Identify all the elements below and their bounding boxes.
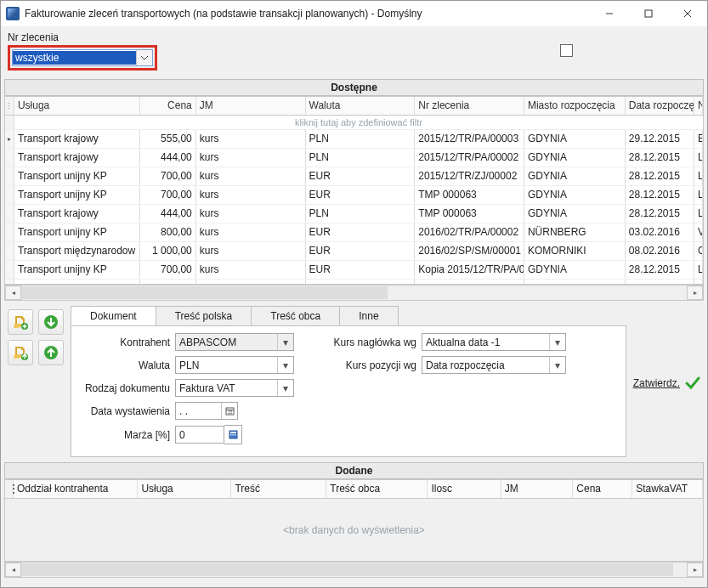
kurs-nag-label: Kurs nagłówka wg — [328, 336, 416, 348]
add-document-button[interactable] — [8, 309, 33, 335]
row-marker — [5, 149, 14, 167]
table-row[interactable]: Transport unijny KP700,00kursEUR2015/12/… — [5, 167, 703, 186]
title-bar: Fakturowanie zleceń transportowych (na p… — [1, 1, 707, 26]
column-chooser-icon[interactable]: ⋮ — [5, 97, 14, 115]
svg-rect-13 — [230, 434, 232, 436]
column-chooser-icon[interactable]: ⋮ — [5, 480, 14, 498]
kurs-poz-label: Kurs pozycji wg — [328, 359, 416, 371]
move-down-button[interactable] — [38, 309, 64, 335]
col-jm[interactable]: JM — [196, 97, 306, 115]
available-section-header: Dostępne — [4, 79, 704, 96]
col-tresc-obca[interactable]: Treść obca — [326, 480, 428, 498]
order-number-value: wszystkie — [13, 51, 136, 65]
calendar-icon: 15 — [221, 403, 237, 419]
data-wystawienia-picker[interactable]: . .15 — [175, 402, 238, 420]
table-row[interactable]: Transport krajowy444,00kursPLN2015/12/TR… — [5, 149, 703, 167]
svg-rect-1 — [645, 10, 652, 17]
col-oddzial[interactable]: Oddział kontrahenta — [14, 480, 138, 498]
window-minimize-button[interactable] — [590, 1, 629, 26]
row-marker — [5, 186, 14, 204]
waluta-label: Waluta — [82, 359, 170, 371]
chevron-down-icon: ▾ — [277, 334, 293, 350]
row-marker — [5, 130, 14, 148]
added-grid: ⋮ Oddział kontrahenta Usługa Treść Treść… — [4, 479, 704, 562]
kurs-pozycji-dropdown[interactable]: Data rozpoczęcia▾ — [422, 356, 566, 374]
tab-tresc-obca[interactable]: Treść obca — [251, 306, 340, 325]
tab-dokument[interactable]: Dokument — [71, 306, 156, 325]
added-section-header: Dodane — [4, 462, 704, 479]
row-marker — [5, 242, 14, 260]
row-marker — [5, 280, 14, 284]
filter-hint[interactable]: kliknij tutaj aby zdefiniować filtr — [14, 116, 703, 129]
chevron-down-icon: ▾ — [549, 357, 565, 373]
col-usluga2[interactable]: Usługa — [138, 480, 231, 498]
kontrahent-dropdown[interactable]: ABPASCOM▾ — [175, 333, 294, 351]
kurs-naglowka-dropdown[interactable]: Aktualna data -1▾ — [422, 333, 566, 351]
scroll-left-icon[interactable]: ◂ — [5, 286, 21, 300]
app-icon — [6, 7, 20, 20]
data-label: Data wystawienia — [82, 405, 170, 417]
col-stawka-vat[interactable]: StawkaVAT — [632, 480, 703, 498]
scroll-right-icon[interactable]: ▸ — [687, 563, 703, 577]
order-number-highlight: wszystkie — [8, 45, 157, 71]
col-tresc[interactable]: Treść — [231, 480, 326, 498]
calculator-icon[interactable] — [224, 425, 242, 444]
table-row[interactable]: Transport unijny KP700,00kursEURTMP 0000… — [5, 186, 703, 205]
col-extra[interactable]: N — [694, 97, 703, 115]
table-row[interactable]: Transport unijny KP700,00kursEURKopia 20… — [5, 261, 703, 280]
col-nrzlecenia[interactable]: Nr zlecenia — [415, 97, 524, 115]
move-up-button[interactable] — [38, 340, 64, 365]
window-maximize-button[interactable] — [629, 1, 668, 26]
table-row[interactable]: Transport krajowy444,00kursPLNTMP 000063… — [5, 205, 703, 223]
col-waluta[interactable]: Waluta — [306, 97, 416, 115]
approve-button[interactable]: Zatwierdz. — [633, 306, 700, 457]
table-row[interactable]: Transport krajowy444,00kursPLNKopia 2015… — [5, 280, 703, 284]
tab-tresc-polska[interactable]: Treść polska — [156, 306, 252, 325]
row-marker — [5, 261, 14, 279]
order-number-label: Nr zlecenia — [8, 31, 700, 43]
remove-document-button[interactable] — [8, 340, 33, 365]
svg-rect-12 — [230, 432, 236, 433]
svg-rect-14 — [232, 434, 234, 436]
waluta-dropdown[interactable]: PLN▾ — [175, 356, 294, 374]
rodzaj-dropdown[interactable]: Faktura VAT▾ — [175, 379, 294, 397]
col-ilosc[interactable]: Ilosc — [428, 480, 501, 498]
window-title: Fakturowanie zleceń transportowych (na p… — [25, 8, 590, 20]
table-row[interactable]: Transport krajowy555,00kursPLN2015/12/TR… — [5, 130, 703, 149]
scroll-right-icon[interactable]: ▸ — [687, 286, 703, 300]
available-grid: ⋮ Usługa Cena JM Waluta Nr zlecenia Mias… — [4, 96, 704, 285]
col-cena2[interactable]: Cena — [573, 480, 632, 498]
col-jm2[interactable]: JM — [501, 480, 574, 498]
table-row[interactable]: Transport unijny KP800,00kursEUR2016/02/… — [5, 223, 703, 242]
window-close-button[interactable] — [668, 1, 707, 26]
chevron-down-icon: ▾ — [549, 334, 565, 350]
svg-rect-15 — [235, 434, 236, 436]
col-data[interactable]: Data rozpoczęcia — [626, 97, 694, 115]
col-usluga[interactable]: Usługa — [14, 97, 141, 115]
empty-placeholder: <brak danych do wyświetlenia> — [5, 499, 703, 561]
check-icon — [685, 376, 700, 391]
col-miasto[interactable]: Miasto rozpoczęcia — [524, 97, 626, 115]
svg-text:15: 15 — [227, 410, 232, 415]
available-scrollbar[interactable]: ◂ ▸ — [4, 285, 704, 301]
kontrahent-label: Kontrahent — [82, 336, 170, 348]
row-marker — [5, 167, 14, 185]
filter-checkbox[interactable] — [560, 44, 573, 57]
order-number-dropdown[interactable]: wszystkie — [12, 49, 153, 66]
table-row[interactable]: Transport międzynarodow1 000,00kursEUR20… — [5, 242, 703, 261]
scroll-left-icon[interactable]: ◂ — [5, 563, 21, 577]
chevron-down-icon: ▾ — [277, 380, 293, 396]
row-marker — [5, 205, 14, 223]
rodzaj-label: Rodzaj dokumentu — [82, 382, 170, 394]
chevron-down-icon: ▾ — [277, 357, 293, 373]
row-marker — [5, 223, 14, 241]
chevron-down-icon — [136, 50, 152, 65]
tab-inne[interactable]: Inne — [339, 306, 398, 325]
marza-label: Marża [%] — [82, 429, 170, 441]
marza-input[interactable]: 0 — [175, 426, 224, 444]
col-cena[interactable]: Cena — [140, 97, 195, 115]
added-scrollbar[interactable]: ◂ ▸ — [4, 562, 704, 578]
